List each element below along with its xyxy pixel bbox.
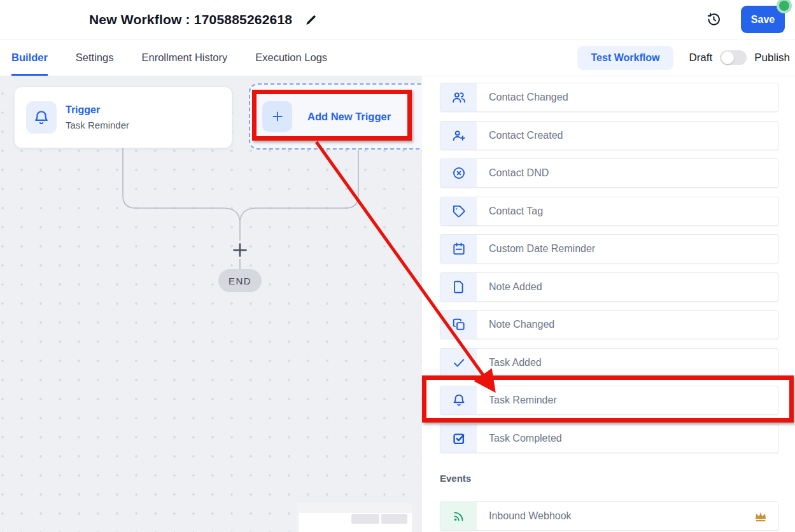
publish-toggle[interactable] (720, 50, 747, 65)
checkbox-icon (440, 424, 477, 452)
trigger-option-contact-created[interactable]: Contact Created (440, 121, 778, 150)
rss-icon (440, 502, 477, 530)
test-workflow-button[interactable]: Test Workflow (577, 46, 674, 70)
user-plus-icon (440, 122, 477, 150)
circle-x-icon (440, 159, 477, 187)
tab-settings[interactable]: Settings (76, 39, 114, 76)
events-list: Inbound Webhook (440, 501, 779, 531)
add-new-trigger-label: Add New Trigger (307, 111, 391, 123)
trigger-option-note-changed[interactable]: Note Changed (440, 310, 778, 339)
add-new-trigger-button[interactable]: Add New Trigger (249, 83, 422, 150)
trigger-option-label: Contact DND (489, 167, 778, 179)
draft-label: Draft (689, 52, 712, 64)
tab-bar: BuilderSettingsEnrollment HistoryExecuti… (0, 39, 795, 76)
trigger-picker-sidebar: Contact ChangedContact CreatedContact DN… (422, 76, 795, 532)
save-status-dot (779, 1, 789, 11)
bell-icon (440, 386, 477, 414)
tabbar-right: Test Workflow Draft Publish (577, 46, 790, 70)
trigger-option-contact-dnd[interactable]: Contact DND (440, 158, 778, 188)
trigger-option-inbound-webhook[interactable]: Inbound Webhook (440, 501, 778, 531)
bell-icon (26, 101, 57, 134)
crown-icon (754, 509, 768, 523)
trigger-option-label: Inbound Webhook (489, 510, 754, 522)
trigger-node-title: Trigger (66, 104, 129, 116)
save-button-label: Save (751, 14, 775, 25)
tabs: BuilderSettingsEnrollment HistoryExecuti… (0, 39, 327, 76)
trigger-node[interactable]: Trigger Task Reminder (14, 87, 232, 148)
trigger-option-task-completed[interactable]: Task Completed (440, 424, 778, 453)
tab-execution-logs[interactable]: Execution Logs (255, 39, 327, 76)
events-section-header: Events (440, 473, 779, 484)
trigger-option-label: Task Completed (489, 433, 778, 444)
save-button[interactable]: Save (741, 6, 785, 33)
add-action-plus-icon (234, 244, 246, 256)
workflow-canvas[interactable]: Trigger Task Reminder Add New Trigger EN… (0, 76, 422, 532)
popup-skeleton (381, 514, 407, 524)
publish-label: Publish (754, 52, 790, 64)
trigger-option-label: Task Added (489, 357, 778, 368)
history-icon[interactable] (707, 12, 722, 27)
trigger-option-label: Task Reminder (489, 395, 778, 406)
tab-enrollment-history[interactable]: Enrollment History (141, 39, 227, 76)
copy-icon (440, 311, 477, 339)
pencil-icon[interactable] (305, 13, 318, 26)
trigger-node-texts: Trigger Task Reminder (66, 104, 129, 130)
check-icon (440, 349, 477, 377)
tag-icon (440, 197, 477, 225)
trigger-node-subtitle: Task Reminder (66, 120, 129, 130)
page-title: New Workflow : 1705885262618 (89, 12, 292, 27)
cutoff-popup (297, 503, 412, 532)
trigger-option-contact-changed[interactable]: Contact Changed (440, 83, 778, 112)
header: New Workflow : 1705885262618 Save (0, 0, 795, 39)
trigger-option-note-added[interactable]: Note Added (440, 272, 778, 302)
trigger-option-task-reminder[interactable]: Task Reminder (440, 386, 778, 415)
workflow-builder-page: New Workflow : 1705885262618 Save Builde… (0, 0, 795, 532)
trigger-option-task-added[interactable]: Task Added (440, 348, 778, 377)
trigger-list: Contact ChangedContact CreatedContact DN… (440, 83, 779, 453)
trigger-option-label: Contact Changed (489, 92, 778, 103)
tab-builder[interactable]: Builder (11, 39, 48, 76)
trigger-option-label: Note Added (489, 281, 778, 293)
publish-toggle-knob (721, 52, 734, 64)
popup-skeleton (351, 514, 379, 524)
header-actions: Save (707, 6, 785, 33)
trigger-option-label: Custom Date Reminder (489, 243, 778, 255)
file-icon (440, 273, 477, 301)
end-node: END (218, 269, 262, 292)
trigger-option-label: Contact Created (489, 130, 778, 141)
calendar-icon (440, 235, 477, 263)
trigger-option-label: Contact Tag (489, 206, 778, 217)
trigger-option-contact-tag[interactable]: Contact Tag (440, 197, 778, 226)
trigger-option-label: Note Changed (489, 319, 778, 330)
users-icon (440, 83, 477, 111)
plus-icon (262, 101, 292, 132)
trigger-option-custom-date-reminder[interactable]: Custom Date Reminder (440, 234, 778, 263)
